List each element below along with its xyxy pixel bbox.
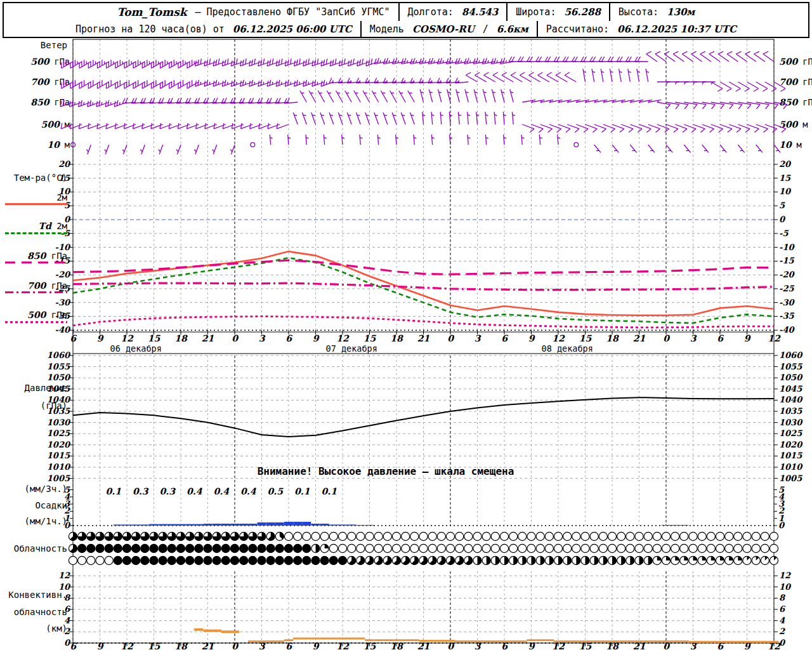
svg-text:6: 6 bbox=[70, 641, 77, 650]
convective-panel-label-2: облачность bbox=[0, 607, 67, 617]
legend-entry-label: Td 2м bbox=[0, 221, 67, 231]
svg-text:0: 0 bbox=[779, 638, 786, 647]
svg-text:-30: -30 bbox=[779, 298, 795, 307]
svg-text:12: 12 bbox=[121, 641, 134, 650]
svg-text:9: 9 bbox=[313, 641, 320, 650]
svg-text:12: 12 bbox=[779, 571, 791, 580]
svg-text:3: 3 bbox=[475, 641, 481, 650]
svg-text:15: 15 bbox=[363, 333, 377, 343]
svg-text:500 гПа: 500 гПа bbox=[779, 56, 812, 67]
svg-text:18: 18 bbox=[390, 333, 403, 343]
legend-entry-line-sample bbox=[5, 232, 67, 236]
svg-text:1060: 1060 bbox=[779, 350, 803, 360]
svg-text:18: 18 bbox=[174, 641, 188, 650]
svg-text:0: 0 bbox=[779, 215, 786, 224]
svg-text:-20: -20 bbox=[55, 270, 71, 279]
svg-text:1025: 1025 bbox=[779, 428, 802, 438]
svg-text:12: 12 bbox=[121, 333, 134, 343]
svg-text:850 гПа: 850 гПа bbox=[779, 97, 812, 107]
svg-text:9: 9 bbox=[97, 333, 104, 343]
svg-text:1055: 1055 bbox=[47, 362, 70, 371]
svg-text:12: 12 bbox=[58, 571, 70, 580]
svg-text:5: 5 bbox=[779, 201, 785, 210]
legend-entry-label: 850 гПа bbox=[0, 251, 67, 261]
svg-text:10: 10 bbox=[779, 187, 792, 196]
svg-text:3: 3 bbox=[259, 333, 266, 343]
svg-text:0: 0 bbox=[232, 641, 239, 650]
svg-text:15: 15 bbox=[579, 333, 593, 343]
svg-text:0: 0 bbox=[232, 333, 239, 343]
convective-unit-label: (км) bbox=[0, 624, 67, 633]
svg-text:21: 21 bbox=[202, 333, 214, 343]
svg-text:0: 0 bbox=[447, 333, 454, 343]
svg-text:1020: 1020 bbox=[779, 440, 803, 449]
svg-text:12: 12 bbox=[768, 333, 781, 343]
svg-text:12: 12 bbox=[552, 333, 565, 343]
wind-panel-label: Ветер bbox=[0, 41, 67, 50]
svg-text:9: 9 bbox=[744, 333, 751, 343]
svg-text:15: 15 bbox=[148, 333, 161, 343]
svg-text:12: 12 bbox=[336, 641, 350, 650]
svg-text:07 декабря: 07 декабря bbox=[326, 343, 377, 354]
svg-text:18: 18 bbox=[174, 333, 188, 343]
svg-text:1060: 1060 bbox=[47, 350, 71, 360]
svg-text:0: 0 bbox=[663, 333, 670, 343]
svg-text:1010: 1010 bbox=[47, 462, 71, 472]
svg-text:0.4: 0.4 bbox=[240, 486, 257, 496]
svg-text:-5: -5 bbox=[779, 229, 789, 238]
legend-entry-line-sample bbox=[5, 321, 67, 323]
svg-text:3: 3 bbox=[690, 333, 697, 343]
svg-text:-40: -40 bbox=[779, 325, 795, 335]
svg-text:1035: 1035 bbox=[779, 406, 802, 416]
svg-text:15: 15 bbox=[148, 641, 161, 650]
svg-text:4: 4 bbox=[779, 616, 785, 625]
pressure-panel-label: Давление bbox=[0, 383, 67, 393]
svg-text:1030: 1030 bbox=[47, 418, 71, 427]
svg-text:21: 21 bbox=[633, 641, 646, 650]
svg-text:1015: 1015 bbox=[47, 451, 70, 460]
svg-text:6: 6 bbox=[501, 641, 508, 650]
svg-text:3: 3 bbox=[475, 333, 481, 343]
legend-entry-line-sample bbox=[5, 291, 67, 293]
svg-text:0.4: 0.4 bbox=[187, 486, 203, 496]
precip-panel-label: Осадки bbox=[0, 501, 67, 510]
svg-text:21: 21 bbox=[417, 641, 430, 650]
legend-entry-line-sample bbox=[5, 262, 67, 263]
temperature-panel-label: Тем-ра(°C) bbox=[0, 173, 67, 183]
meteogram-chart: 6699121215151818212100336699121215151818… bbox=[0, 0, 812, 650]
svg-text:2: 2 bbox=[779, 627, 785, 636]
svg-text:1015: 1015 bbox=[779, 451, 802, 460]
svg-text:700 гПа: 700 гПа bbox=[779, 77, 812, 87]
svg-text:12: 12 bbox=[336, 333, 350, 343]
svg-text:9: 9 bbox=[97, 641, 104, 650]
precip-1h-unit-label: (мм/1ч.) bbox=[0, 517, 67, 526]
svg-text:6: 6 bbox=[717, 333, 724, 343]
svg-text:0.5: 0.5 bbox=[268, 486, 284, 496]
svg-text:6: 6 bbox=[285, 333, 292, 343]
legend-entry-label: 500 гПа bbox=[0, 310, 67, 320]
svg-text:0.1: 0.1 bbox=[106, 486, 122, 496]
svg-text:-20: -20 bbox=[779, 270, 795, 279]
svg-text:0.3: 0.3 bbox=[133, 486, 149, 496]
pressure-unit-label: (гПа) bbox=[0, 401, 67, 411]
svg-text:10 м: 10 м bbox=[779, 140, 802, 150]
legend-entry-label: 700 гПа bbox=[0, 281, 67, 291]
svg-text:6: 6 bbox=[501, 333, 508, 343]
svg-text:-15: -15 bbox=[779, 256, 794, 265]
svg-text:1055: 1055 bbox=[779, 362, 802, 371]
svg-text:1005: 1005 bbox=[779, 474, 802, 483]
svg-text:21: 21 bbox=[202, 641, 214, 650]
convective-panel-label-1: Конвективн. bbox=[0, 590, 67, 600]
svg-text:1045: 1045 bbox=[779, 384, 802, 394]
svg-text:1005: 1005 bbox=[47, 474, 70, 483]
svg-text:8: 8 bbox=[779, 593, 786, 602]
svg-text:0.3: 0.3 bbox=[160, 486, 176, 496]
svg-text:21: 21 bbox=[417, 333, 430, 343]
svg-text:-25: -25 bbox=[779, 284, 794, 293]
svg-text:Внимание! Высокое давление — ш: Внимание! Высокое давление — шкала смеще… bbox=[258, 465, 514, 477]
svg-text:500 м: 500 м bbox=[41, 119, 70, 129]
svg-text:0.1: 0.1 bbox=[322, 486, 337, 496]
svg-text:-30: -30 bbox=[55, 298, 71, 307]
svg-text:18: 18 bbox=[606, 333, 619, 343]
svg-text:3: 3 bbox=[259, 641, 266, 650]
